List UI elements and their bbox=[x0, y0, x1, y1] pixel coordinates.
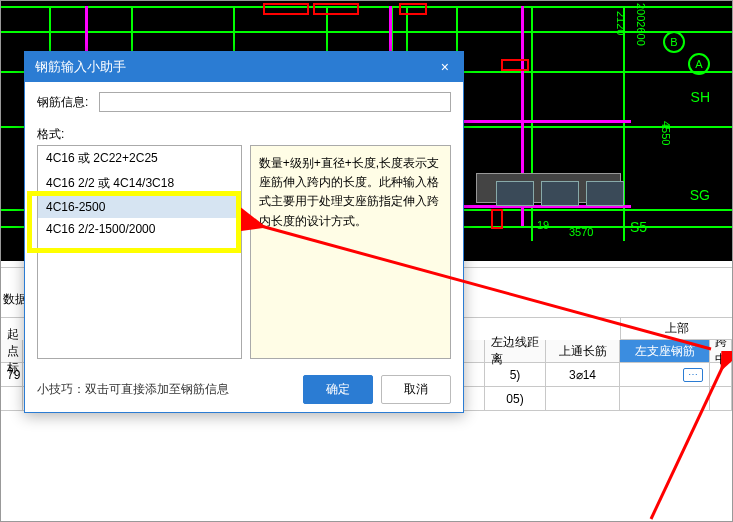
close-icon[interactable]: × bbox=[437, 59, 453, 75]
cell-edge5[interactable]: 5) bbox=[485, 363, 546, 386]
dim-2002600: 2002600 bbox=[635, 3, 647, 46]
cell-top-long[interactable]: 3⌀14 bbox=[546, 363, 620, 386]
header-topgroup: 上部 bbox=[620, 318, 732, 340]
dialog-tip: 小技巧：双击可直接添加至钢筋信息 bbox=[37, 381, 295, 398]
header-edge-dist: 左边线距离 bbox=[485, 340, 546, 362]
dim-19: 19 bbox=[537, 219, 549, 231]
axis-b: B bbox=[663, 31, 685, 53]
header-left-seat[interactable]: 左支座钢筋 bbox=[620, 340, 710, 362]
rebar-info-input[interactable] bbox=[99, 92, 451, 112]
rebar-info-label: 钢筋信息: bbox=[37, 94, 99, 111]
axis-sh: SH bbox=[691, 89, 710, 105]
cell-left-seat[interactable]: ⋯ bbox=[620, 363, 710, 386]
dialog-titlebar: 钢筋输入小助手 × bbox=[25, 52, 463, 82]
dialog-title-text: 钢筋输入小助手 bbox=[35, 58, 126, 76]
list-item[interactable]: 4C16 2/2-1500/2000 bbox=[38, 218, 241, 240]
format-description: 数量+级别+直径+长度,长度表示支座筋伸入跨内的长度。此种输入格式主要用于处理支… bbox=[250, 145, 451, 359]
ok-button[interactable]: 确定 bbox=[303, 375, 373, 404]
axis-sg: SG bbox=[690, 187, 710, 203]
format-label: 格式: bbox=[37, 126, 451, 143]
axis-a: A bbox=[688, 53, 710, 75]
list-item[interactable]: 4C16 2/2 或 4C14/3C18 bbox=[38, 171, 241, 196]
axis-s5: S5 bbox=[630, 219, 647, 235]
cell-qidian[interactable]: 79 bbox=[1, 363, 23, 386]
dim-2120: 2120 bbox=[615, 11, 627, 35]
list-item[interactable]: 4C16-2500 bbox=[38, 196, 241, 218]
cell-edge05[interactable]: 05) bbox=[485, 387, 546, 410]
header-top-long: 上通长筋 bbox=[546, 340, 620, 362]
cancel-button[interactable]: 取消 bbox=[381, 375, 451, 404]
rebar-helper-dialog: 钢筋输入小助手 × 钢筋信息: 格式: 4C16 或 2C22+2C25 4C1… bbox=[24, 51, 464, 413]
header-qidian: 起点标 bbox=[1, 340, 23, 362]
more-button[interactable]: ⋯ bbox=[683, 368, 703, 382]
format-list[interactable]: 4C16 或 2C22+2C25 4C16 2/2 或 4C14/3C18 4C… bbox=[37, 145, 242, 359]
list-item[interactable]: 4C16 或 2C22+2C25 bbox=[38, 146, 241, 171]
header-kuazhong: 跨中 bbox=[710, 340, 732, 362]
dim-4550: 4550 bbox=[660, 121, 672, 145]
dim-3570: 3570 bbox=[569, 226, 593, 238]
